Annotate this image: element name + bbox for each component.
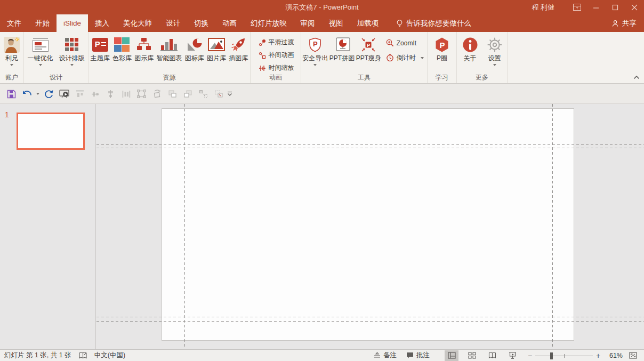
tell-me-box[interactable]: 告诉我你想要做什么 bbox=[390, 14, 478, 32]
picture-icon bbox=[208, 35, 225, 54]
ribbon-display-options-icon bbox=[573, 4, 581, 11]
group-label-learn: 学习 bbox=[428, 73, 456, 82]
bring-forward-button[interactable] bbox=[165, 87, 180, 101]
zoom-slider-thumb[interactable] bbox=[550, 352, 553, 359]
slide-editing-area[interactable] bbox=[162, 108, 574, 341]
save-button[interactable] bbox=[4, 87, 19, 101]
zoom-in-button[interactable]: + bbox=[595, 351, 601, 360]
tab-transitions[interactable]: 切换 bbox=[187, 14, 215, 32]
svg-text:P: P bbox=[440, 40, 445, 49]
tab-addins[interactable]: 加载项 bbox=[350, 14, 386, 32]
language-indicator[interactable]: 中文(中国) bbox=[94, 351, 125, 360]
slide-number: 1 bbox=[5, 110, 9, 119]
maximize-button[interactable] bbox=[606, 0, 625, 14]
zoom-percentage[interactable]: 61% bbox=[605, 352, 623, 359]
qat-customize-button[interactable] bbox=[227, 87, 233, 101]
horizontal-guide[interactable] bbox=[96, 321, 644, 322]
tab-home[interactable]: 开始 bbox=[28, 14, 57, 32]
image-library-button[interactable]: 图片库 bbox=[207, 33, 226, 62]
share-person-icon bbox=[611, 20, 619, 27]
vertical-guide[interactable] bbox=[552, 104, 553, 347]
align-center-button[interactable] bbox=[103, 87, 118, 101]
merge-shapes-button[interactable] bbox=[211, 87, 227, 101]
illustration-library-button[interactable]: 插图库 bbox=[229, 33, 248, 62]
align-middle-button[interactable] bbox=[87, 87, 103, 101]
redo-icon bbox=[44, 90, 53, 98]
slide-thumbnail[interactable] bbox=[17, 113, 85, 150]
horizontal-guide[interactable] bbox=[96, 144, 644, 145]
magnifier-plus-icon bbox=[386, 39, 394, 47]
settings-button[interactable]: 设置 bbox=[487, 33, 502, 66]
diagram-library-button[interactable]: 图示库 bbox=[134, 33, 154, 62]
smooth-transition-icon bbox=[259, 39, 266, 46]
zoom-slider[interactable] bbox=[535, 350, 593, 361]
chevron-down-icon bbox=[313, 64, 317, 66]
tab-slideshow[interactable]: 幻灯片放映 bbox=[244, 14, 294, 32]
svg-text:V: V bbox=[16, 38, 18, 41]
color-library-button[interactable]: 色彩库 bbox=[112, 33, 132, 62]
maximize-icon bbox=[612, 4, 618, 11]
horizontal-guide[interactable] bbox=[96, 317, 644, 317]
notes-button[interactable]: 备注 bbox=[374, 351, 397, 360]
start-slideshow-button[interactable] bbox=[57, 87, 72, 101]
ribbon-display-options-button[interactable] bbox=[567, 0, 586, 14]
group-account: V 利兄 账户 bbox=[0, 32, 24, 83]
close-button[interactable] bbox=[625, 0, 644, 14]
smart-chart-button[interactable]: 智能图表 bbox=[156, 33, 182, 62]
tab-review[interactable]: 审阅 bbox=[294, 14, 322, 32]
send-backward-button[interactable] bbox=[180, 87, 196, 101]
spellcheck-button[interactable] bbox=[79, 352, 87, 359]
chevron-down-icon bbox=[39, 64, 42, 66]
gear-icon bbox=[487, 35, 502, 54]
comments-button[interactable]: 批注 bbox=[406, 351, 430, 360]
account-button[interactable]: V 利兄 bbox=[4, 33, 20, 66]
minimize-button[interactable] bbox=[586, 0, 606, 14]
zoomit-button[interactable]: ZoomIt bbox=[386, 39, 424, 47]
tween-animation-button[interactable]: 补间动画 bbox=[259, 51, 294, 60]
p-circle-button[interactable]: P P圈 bbox=[434, 33, 450, 62]
slide-counter[interactable]: 幻灯片 第 1 张, 共 1 张 bbox=[4, 351, 71, 360]
ppt-puzzle-button[interactable]: PPT拼图 bbox=[329, 33, 355, 62]
undo-button[interactable] bbox=[19, 87, 35, 101]
safe-export-button[interactable]: P 安全导出 bbox=[302, 33, 328, 66]
tab-design[interactable]: 设计 bbox=[159, 14, 187, 32]
align-top-button[interactable] bbox=[72, 87, 87, 101]
countdown-button[interactable]: 倒计时 bbox=[386, 53, 424, 62]
comment-bubble-icon bbox=[406, 352, 414, 359]
vertical-guide[interactable] bbox=[184, 104, 185, 347]
horizontal-guide[interactable] bbox=[96, 148, 644, 148]
normal-view-button[interactable] bbox=[445, 350, 458, 361]
tab-meihua-dashi[interactable]: 美化大师 bbox=[116, 14, 159, 32]
rotate-object-icon bbox=[152, 90, 162, 98]
undo-dropdown[interactable] bbox=[35, 87, 41, 101]
slide-sorter-view-button[interactable] bbox=[465, 350, 479, 361]
tab-file[interactable]: 文件 bbox=[0, 14, 28, 32]
tab-view[interactable]: 视图 bbox=[322, 14, 350, 32]
about-button[interactable]: 关于 bbox=[462, 33, 478, 62]
distribute-horizontal-button[interactable] bbox=[118, 87, 134, 101]
ppt-slim-button[interactable]: P PPT瘦身 bbox=[356, 33, 381, 62]
reading-view-button[interactable] bbox=[485, 350, 499, 361]
smooth-transition-button[interactable]: 平滑过渡 bbox=[259, 38, 294, 47]
user-name: 程 利健 bbox=[532, 3, 554, 12]
collapse-ribbon-button[interactable] bbox=[633, 73, 640, 81]
fit-to-window-button[interactable] bbox=[626, 350, 640, 361]
rotate-object-button[interactable] bbox=[149, 87, 165, 101]
ungroup-button[interactable] bbox=[196, 87, 211, 101]
share-button[interactable]: 共享 bbox=[604, 14, 644, 32]
theme-library-button[interactable]: P 主题库 bbox=[91, 33, 110, 62]
one-key-optimize-button[interactable]: 一键优化 bbox=[28, 33, 53, 66]
tab-islide[interactable]: iSlide bbox=[57, 14, 88, 32]
slideshow-view-button[interactable] bbox=[505, 350, 519, 361]
icon-library-button[interactable]: 图标库 bbox=[185, 33, 204, 62]
design-layout-button[interactable]: 设计排版 bbox=[59, 33, 85, 66]
time-scale-button[interactable]: 时间缩放 bbox=[259, 63, 294, 73]
group-objects-button[interactable] bbox=[134, 87, 149, 101]
align-center-icon bbox=[107, 90, 115, 98]
group-learn: P P圈 学习 bbox=[428, 32, 457, 83]
group-more: 关于 设置 更多 bbox=[457, 32, 508, 83]
tab-insert[interactable]: 插入 bbox=[88, 14, 116, 32]
tab-animations[interactable]: 动画 bbox=[215, 14, 244, 32]
redo-button[interactable] bbox=[41, 87, 57, 101]
zoom-out-button[interactable]: − bbox=[527, 351, 533, 360]
